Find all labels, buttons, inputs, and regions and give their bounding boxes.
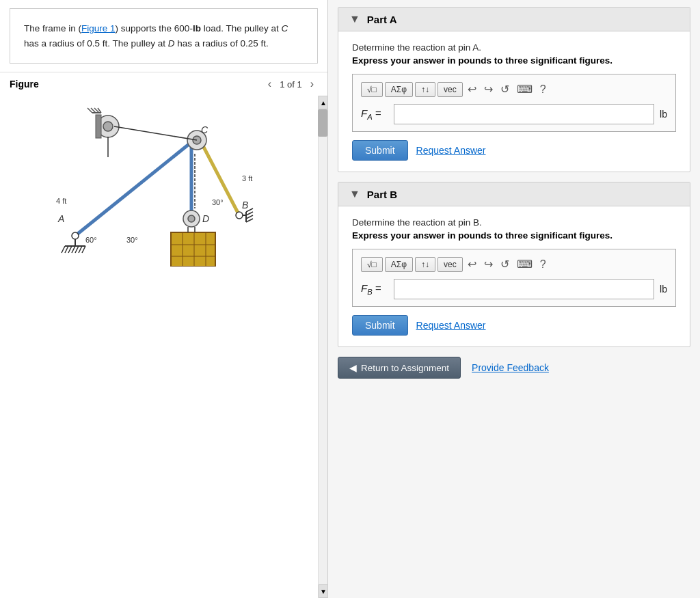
part-b-input-row: FB = lb bbox=[361, 279, 667, 299]
problem-text-3: load. The pulley at bbox=[201, 23, 282, 33]
svg-rect-26 bbox=[96, 115, 101, 138]
part-a-variable-label: FA = bbox=[361, 107, 388, 121]
part-a-actions: Submit Request Answer bbox=[352, 140, 676, 161]
svg-text:60°: 60° bbox=[85, 236, 97, 244]
part-a-unit-label: lb bbox=[660, 109, 667, 120]
figure-prev-button[interactable]: ‹ bbox=[264, 77, 275, 92]
svg-text:3 ft: 3 ft bbox=[242, 174, 252, 182]
svg-point-25 bbox=[103, 122, 113, 131]
svg-text:30°: 30° bbox=[212, 198, 224, 206]
svg-rect-0 bbox=[7, 103, 280, 267]
bottom-actions: ◀ Return to Assignment Provide Feedback bbox=[338, 357, 690, 379]
part-b-request-answer-button[interactable]: Request Answer bbox=[416, 320, 486, 331]
point-d-label: D bbox=[168, 38, 175, 49]
return-label: Return to Assignment bbox=[361, 363, 449, 373]
part-a-answer-box: √□ ΑΣφ ↑↓ vec ↩ ↪ ↺ ⌨ ? bbox=[352, 74, 676, 132]
svg-text:B: B bbox=[242, 200, 248, 210]
part-a-collapse-button[interactable]: ▼ bbox=[348, 13, 362, 25]
part-b-answer-box: √□ ΑΣφ ↑↓ vec ↩ ↪ ↺ ⌨ ? bbox=[352, 249, 676, 307]
part-b-toolbar: √□ ΑΣφ ↑↓ vec ↩ ↪ ↺ ⌨ ? bbox=[361, 256, 667, 272]
problem-text-5: . The pulley at bbox=[107, 38, 167, 49]
part-b-submit-button[interactable]: Submit bbox=[352, 315, 408, 336]
part-b-keyboard-button[interactable]: ⌨ bbox=[514, 256, 535, 272]
part-a-greek-button[interactable]: ΑΣφ bbox=[385, 82, 413, 97]
part-b-body: Determine the reaction at pin B. Express… bbox=[338, 206, 690, 346]
part-b-matrix-button[interactable]: ↑↓ bbox=[415, 257, 435, 272]
right-panel: ▼ Part A Determine the reaction at pin A… bbox=[328, 0, 700, 598]
point-c-label: C bbox=[281, 23, 288, 33]
part-a-title: Part A bbox=[367, 14, 397, 25]
figure-next-button[interactable]: › bbox=[306, 77, 318, 92]
part-a-vec-button[interactable]: vec bbox=[438, 82, 463, 97]
svg-text:30°: 30° bbox=[126, 236, 138, 244]
figure-container: A B C D 4 ft 3 ft 60° 30° 30° bbox=[0, 96, 318, 598]
part-a-toolbar: √□ ΑΣφ ↑↓ vec ↩ ↪ ↺ ⌨ ? bbox=[361, 81, 667, 97]
figure-navigation: ‹ 1 of 1 › bbox=[264, 77, 318, 92]
part-a-question: Determine the reaction at pin A. bbox=[352, 42, 676, 53]
return-arrow-icon: ◀ bbox=[349, 362, 357, 373]
problem-statement: The frame in (Figure 1) supports the 600… bbox=[10, 8, 318, 64]
part-b-vec-button[interactable]: vec bbox=[438, 257, 463, 272]
return-to-assignment-button[interactable]: ◀ Return to Assignment bbox=[338, 357, 461, 379]
part-a-instruction: Express your answer in pounds to three s… bbox=[352, 55, 676, 66]
svg-rect-34 bbox=[171, 232, 215, 267]
part-b-answer-input[interactable] bbox=[394, 279, 654, 299]
part-a-reset-button[interactable]: ↺ bbox=[498, 81, 512, 97]
svg-text:D: D bbox=[202, 213, 209, 224]
figure-title: Figure bbox=[10, 79, 39, 90]
svg-point-42 bbox=[72, 232, 79, 239]
part-b-actions: Submit Request Answer bbox=[352, 315, 676, 336]
part-b-question: Determine the reaction at pin B. bbox=[352, 217, 676, 228]
svg-text:A: A bbox=[57, 213, 64, 224]
part-a-keyboard-button[interactable]: ⌨ bbox=[514, 81, 535, 97]
scroll-down-button[interactable]: ▼ bbox=[319, 584, 327, 598]
part-a-matrix-button[interactable]: ↑↓ bbox=[415, 82, 435, 97]
svg-text:C: C bbox=[201, 124, 208, 135]
svg-point-43 bbox=[236, 212, 243, 219]
part-a-request-answer-button[interactable]: Request Answer bbox=[416, 145, 486, 156]
part-b-undo-button[interactable]: ↩ bbox=[465, 256, 479, 272]
part-a-body: Determine the reaction at pin A. Express… bbox=[338, 31, 690, 172]
scroll-up-button[interactable]: ▲ bbox=[319, 96, 327, 109]
part-a-answer-input[interactable] bbox=[394, 104, 654, 124]
part-b-greek-button[interactable]: ΑΣφ bbox=[385, 257, 413, 272]
figure-svg: A B C D 4 ft 3 ft 60° 30° 30° bbox=[7, 103, 280, 267]
part-a-section: ▼ Part A Determine the reaction at pin A… bbox=[338, 7, 690, 172]
figure-header: Figure ‹ 1 of 1 › bbox=[0, 72, 327, 96]
part-b-title: Part B bbox=[367, 189, 397, 200]
scrollbar[interactable]: ▲ ▼ bbox=[318, 96, 327, 598]
part-a-help-button[interactable]: ? bbox=[537, 82, 549, 97]
part-b-sqrt-button[interactable]: √□ bbox=[361, 257, 383, 272]
problem-text-6: has a radius of 0.25 ft. bbox=[174, 38, 268, 49]
part-b-help-button[interactable]: ? bbox=[537, 257, 549, 272]
part-a-header: ▼ Part A bbox=[338, 8, 690, 31]
weight-unit: lb bbox=[193, 23, 201, 33]
figure-page-indicator: 1 of 1 bbox=[280, 79, 302, 90]
left-panel: The frame in (Figure 1) supports the 600… bbox=[0, 0, 328, 598]
part-b-reset-button[interactable]: ↺ bbox=[498, 256, 512, 272]
figure-link[interactable]: Figure 1 bbox=[81, 23, 116, 33]
problem-text-prefix: The frame in ( bbox=[24, 23, 81, 33]
svg-point-23 bbox=[188, 215, 195, 222]
part-b-variable-label: FB = bbox=[361, 282, 388, 296]
figure-area: A B C D 4 ft 3 ft 60° 30° 30° ▲ ▼ bbox=[0, 96, 327, 598]
svg-text:4 ft: 4 ft bbox=[56, 197, 66, 205]
part-b-section: ▼ Part B Determine the reaction at pin B… bbox=[338, 182, 690, 347]
part-b-collapse-button[interactable]: ▼ bbox=[348, 188, 362, 200]
part-a-sqrt-button[interactable]: √□ bbox=[361, 82, 383, 97]
part-a-input-row: FA = lb bbox=[361, 104, 667, 124]
part-b-header: ▼ Part B bbox=[338, 182, 690, 206]
part-a-redo-button[interactable]: ↪ bbox=[481, 81, 496, 97]
problem-text-2: ) supports the 600- bbox=[116, 23, 193, 33]
part-b-instruction: Express your answer in pounds to three s… bbox=[352, 230, 676, 241]
provide-feedback-button[interactable]: Provide Feedback bbox=[472, 362, 549, 373]
part-a-submit-button[interactable]: Submit bbox=[352, 140, 408, 161]
part-b-unit-label: lb bbox=[660, 284, 667, 295]
scroll-thumb[interactable] bbox=[318, 109, 327, 137]
part-a-undo-button[interactable]: ↩ bbox=[465, 81, 479, 97]
problem-text-4: has a radius of 0.5 bbox=[24, 38, 103, 49]
part-b-redo-button[interactable]: ↪ bbox=[481, 256, 496, 272]
